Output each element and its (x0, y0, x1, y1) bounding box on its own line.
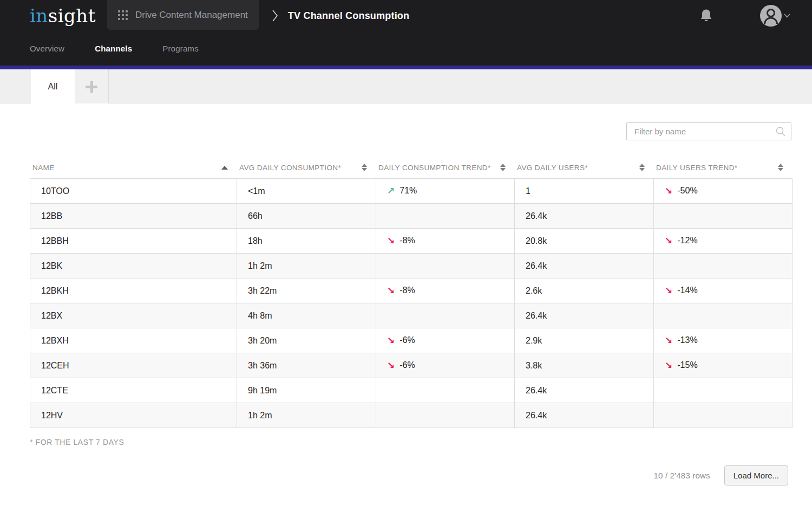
cell-name: 12BXH (30, 328, 237, 353)
cell-users-trend (654, 378, 793, 403)
load-more-button[interactable]: Load More... (724, 465, 788, 485)
avatar (760, 5, 782, 27)
breadcrumb-chevron-icon (272, 9, 278, 22)
table-row[interactable]: 12BXH 3h 20m ↘ -6% 2.9k ↘ -13% (30, 328, 793, 353)
table-row[interactable]: 12BBH 18h ↘ -8% 20.8k ↘ -12% (30, 229, 793, 254)
cell-avg-daily-consumption: 18h (237, 229, 376, 254)
primary-nav: Overview Channels Programs (30, 31, 812, 66)
cell-avg-daily-users: 26.4k (515, 303, 654, 328)
sort-icon (639, 164, 645, 171)
cell-avg-daily-consumption: 3h 20m (237, 328, 376, 353)
cell-avg-daily-users: 3.8k (515, 353, 654, 378)
trend-arrow-icon: ↘ (665, 236, 672, 245)
table-footnote: * FOR THE LAST 7 DAYS (30, 438, 812, 446)
column-header-avg-daily-consumption[interactable]: AVG DAILY CONSUMPTION* (237, 164, 376, 172)
trend-arrow-icon: ↘ (665, 361, 672, 370)
table-row[interactable]: 12BK 1h 2m 26.4k (30, 254, 793, 279)
cell-users-trend (654, 303, 793, 328)
logo-text-sight: sight (48, 5, 96, 27)
nav-tab-overview[interactable]: Overview (30, 44, 64, 53)
main-content: NAME AVG DAILY CONSUMPTION* DAILY CONSUM… (0, 122, 812, 485)
table-footer: 10 / 2'483 rows Load More... (0, 465, 788, 485)
page-title: TV Channel Consumption (288, 10, 409, 22)
cell-users-trend: ↘ -13% (654, 328, 793, 353)
cell-consumption-trend: ↘ -8% (376, 279, 515, 303)
logo[interactable]: insight (30, 7, 96, 25)
column-header-daily-users-trend[interactable]: DAILY USERS TREND* (653, 164, 792, 172)
trend-arrow-icon: ↘ (387, 286, 395, 295)
cell-avg-daily-consumption: <1m (237, 179, 376, 204)
view-tab-all[interactable]: All (31, 69, 75, 103)
cell-users-trend: ↘ -14% (654, 279, 793, 303)
topbar-row: insight Drive Content Management TV Chan… (0, 0, 812, 31)
filter-row (0, 122, 791, 140)
cell-consumption-trend (376, 204, 515, 229)
table-row[interactable]: 12BKH 3h 22m ↘ -8% 2.6k ↘ -14% (30, 279, 793, 303)
cell-users-trend: ↘ -50% (654, 179, 793, 204)
column-header-daily-consumption-trend[interactable]: DAILY CONSUMPTION TREND* (376, 164, 514, 172)
user-menu[interactable] (760, 5, 790, 27)
bell-icon (700, 9, 712, 23)
cell-avg-daily-users: 26.4k (515, 204, 654, 229)
filter-input[interactable] (626, 122, 791, 140)
cell-avg-daily-consumption: 1h 2m (237, 254, 376, 279)
cell-avg-daily-users: 2.6k (515, 279, 654, 303)
rows-count: 10 / 2'483 rows (654, 471, 710, 480)
cell-users-trend (654, 403, 793, 428)
cell-users-trend (654, 254, 793, 279)
cell-consumption-trend (376, 303, 515, 328)
app-switcher-button[interactable]: Drive Content Management (107, 0, 259, 30)
table-row[interactable]: 12CEH 3h 36m ↘ -6% 3.8k ↘ -15% (30, 353, 793, 378)
cell-consumption-trend: ↗ 71% (376, 179, 515, 204)
app-switcher-label: Drive Content Management (135, 10, 248, 21)
cell-avg-daily-users: 2.9k (515, 328, 654, 353)
cell-consumption-trend (376, 378, 515, 403)
table-row[interactable]: 10TOO <1m ↗ 71% 1 ↘ -50% (30, 179, 793, 204)
cell-name: 12BX (30, 303, 237, 328)
column-header-name[interactable]: NAME (30, 164, 237, 172)
cell-avg-daily-users: 26.4k (515, 403, 654, 428)
cell-avg-daily-users: 26.4k (515, 378, 654, 403)
accent-bar (0, 66, 812, 69)
trend-arrow-icon: ↗ (387, 186, 395, 196)
nav-tab-programs[interactable]: Programs (162, 44, 199, 53)
cell-name: 12BK (30, 254, 237, 279)
plus-icon (86, 81, 97, 93)
cell-users-trend (654, 204, 793, 229)
cell-avg-daily-users: 26.4k (515, 254, 654, 279)
table-row[interactable]: 12CTE 9h 19m 26.4k (30, 378, 793, 403)
column-header-avg-daily-users[interactable]: AVG DAILY USERS* (514, 164, 653, 172)
nav-tab-channels[interactable]: Channels (95, 44, 132, 53)
cell-avg-daily-consumption: 66h (237, 204, 376, 229)
top-header: insight Drive Content Management TV Chan… (0, 0, 812, 66)
trend-arrow-icon: ↘ (387, 361, 395, 370)
trend-arrow-icon: ↘ (665, 286, 672, 295)
table-body: 10TOO <1m ↗ 71% 1 ↘ -50% 12BB 66h 26.4k … (30, 179, 793, 428)
table-header-row: NAME AVG DAILY CONSUMPTION* DAILY CONSUM… (30, 157, 792, 178)
table-row[interactable]: 12BX 4h 8m 26.4k (30, 303, 793, 328)
filter-box (626, 122, 791, 140)
cell-avg-daily-consumption: 9h 19m (237, 378, 376, 403)
channels-table: NAME AVG DAILY CONSUMPTION* DAILY CONSUM… (30, 157, 792, 428)
cell-users-trend: ↘ -15% (654, 353, 793, 378)
sort-icon (778, 164, 783, 171)
add-view-tab-button[interactable] (75, 69, 109, 103)
notifications-button[interactable] (700, 9, 712, 23)
table-row[interactable]: 12BB 66h 26.4k (30, 204, 793, 229)
cell-avg-daily-users: 20.8k (515, 229, 654, 254)
cell-avg-daily-consumption: 3h 22m (237, 279, 376, 303)
cell-avg-daily-consumption: 4h 8m (237, 303, 376, 328)
sort-icon (362, 164, 367, 171)
sort-asc-icon (221, 166, 228, 170)
trend-arrow-icon: ↘ (665, 336, 672, 345)
cell-users-trend: ↘ -12% (654, 229, 793, 254)
cell-avg-daily-consumption: 3h 36m (237, 353, 376, 378)
trend-arrow-icon: ↘ (387, 236, 395, 245)
cell-consumption-trend (376, 254, 515, 279)
cell-consumption-trend: ↘ -6% (376, 353, 515, 378)
grid-icon (118, 10, 128, 20)
cell-name: 10TOO (30, 179, 237, 204)
table-row[interactable]: 12HV 1h 2m 26.4k (30, 403, 793, 428)
trend-arrow-icon: ↘ (387, 336, 395, 345)
cell-consumption-trend: ↘ -8% (376, 229, 515, 254)
